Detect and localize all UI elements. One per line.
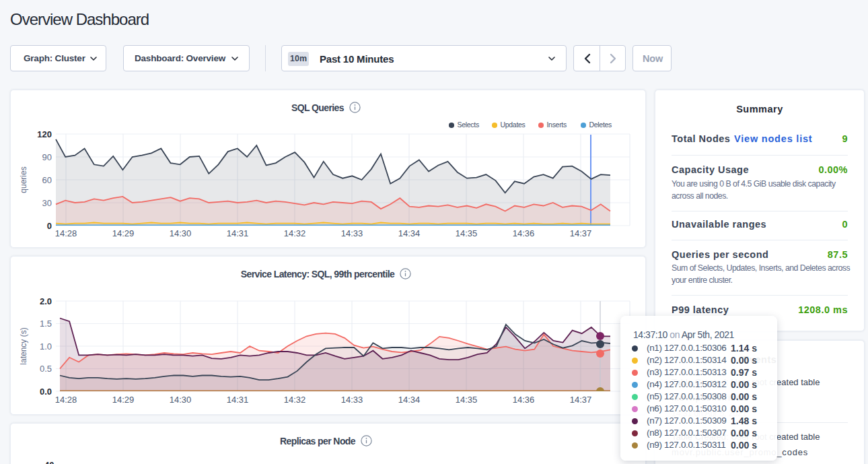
svg-text:14:35: 14:35 xyxy=(456,395,478,405)
svg-text:60: 60 xyxy=(42,175,52,185)
svg-text:14:37: 14:37 xyxy=(570,228,592,238)
svg-text:14:33: 14:33 xyxy=(341,395,363,405)
svg-text:14:29: 14:29 xyxy=(112,395,135,405)
svg-text:queries: queries xyxy=(19,166,28,193)
svg-text:14:35: 14:35 xyxy=(456,228,478,238)
svg-text:2.0: 2.0 xyxy=(40,296,52,306)
svg-text:14:37: 14:37 xyxy=(570,395,592,405)
svg-text:120: 120 xyxy=(37,129,52,139)
svg-text:14:36: 14:36 xyxy=(513,395,535,405)
svg-text:14:30: 14:30 xyxy=(170,228,192,238)
svg-text:14:29: 14:29 xyxy=(112,228,135,238)
svg-text:14:31: 14:31 xyxy=(227,228,249,238)
svg-text:1.0: 1.0 xyxy=(40,341,52,352)
svg-text:14:34: 14:34 xyxy=(398,395,421,405)
svg-text:14:33: 14:33 xyxy=(341,228,363,238)
svg-text:14:36: 14:36 xyxy=(513,228,535,238)
svg-text:14:30: 14:30 xyxy=(170,395,192,405)
svg-text:14:32: 14:32 xyxy=(284,228,306,238)
svg-text:0.0: 0.0 xyxy=(40,387,52,397)
svg-text:14:32: 14:32 xyxy=(284,395,306,405)
svg-text:14:31: 14:31 xyxy=(227,395,249,405)
svg-text:latency (s): latency (s) xyxy=(19,327,28,364)
svg-text:14:28: 14:28 xyxy=(55,228,77,238)
svg-text:0: 0 xyxy=(47,221,52,231)
svg-text:0.5: 0.5 xyxy=(40,364,52,374)
svg-text:1.5: 1.5 xyxy=(40,319,52,329)
svg-text:90: 90 xyxy=(42,152,52,162)
svg-text:30: 30 xyxy=(42,198,52,208)
svg-text:14:34: 14:34 xyxy=(398,228,421,238)
svg-text:14:28: 14:28 xyxy=(55,395,77,405)
